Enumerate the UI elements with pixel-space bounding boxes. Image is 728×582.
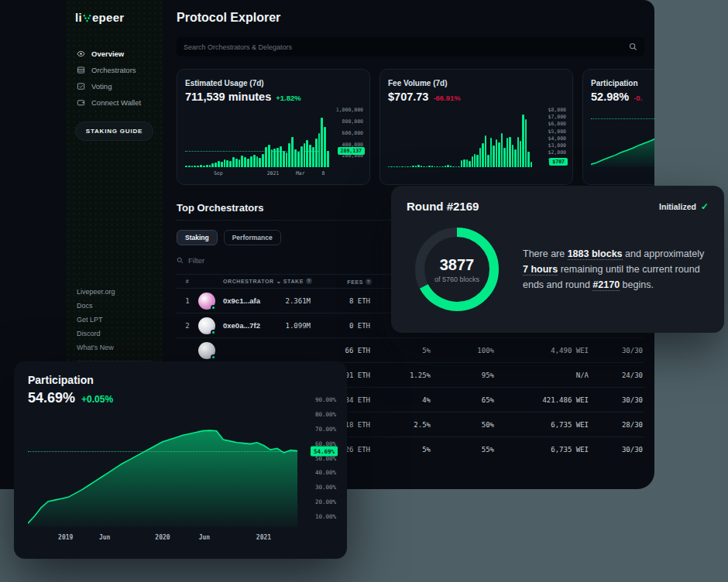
- stake-value: 2.361M: [270, 297, 312, 305]
- link-whats-new[interactable]: What's New: [77, 341, 152, 354]
- avatar: [198, 317, 223, 334]
- reward-cut-value: 4%: [372, 396, 432, 404]
- x-tick: Sep: [214, 170, 223, 176]
- x-tick: 2019: [58, 534, 73, 541]
- card-title: Fee Volume (7d): [388, 79, 565, 87]
- participation-value: 54.69%: [28, 390, 75, 406]
- y-axis: $8,000$7,000$6,000$5,000$4,000$3,000$2,0…: [534, 107, 568, 167]
- fees-value: 8 ETH: [312, 297, 372, 305]
- fee-cut-value: 50%: [432, 421, 496, 429]
- global-search[interactable]: [177, 37, 644, 56]
- search-icon[interactable]: [629, 43, 637, 51]
- round-message: There are 1883 blocks and approximately …: [523, 246, 709, 293]
- fee-cut-value: 65%: [432, 396, 496, 404]
- blocks-count: 3877: [440, 256, 475, 274]
- price-per-pixel-value: 6,735 WEI: [496, 421, 590, 429]
- card-title: Estimated Usage (7d): [185, 79, 362, 87]
- sidebar-item-orchestrators[interactable]: Orchestrators: [75, 62, 153, 78]
- y-tick: $4,000: [548, 135, 566, 142]
- calls-value: 30/30: [590, 347, 644, 354]
- search-input[interactable]: [184, 43, 629, 51]
- current-value-dotted-line: [185, 151, 329, 152]
- link-get-lpt[interactable]: Get LPT: [77, 313, 152, 327]
- highlighted-value: 1883 blocks: [568, 248, 623, 260]
- stat-cards-row: Estimated Usage (7d) 711,539 minutes +1.…: [177, 69, 654, 185]
- rank: 1: [177, 297, 198, 305]
- sidebar-nav: Overview Orchestrators Voting Connect Wa…: [75, 46, 153, 111]
- info-icon[interactable]: ?: [306, 278, 312, 284]
- col-rank: #: [177, 279, 198, 284]
- logo-text: epeer: [92, 11, 125, 24]
- usage-plot: [185, 107, 329, 167]
- link-livepeer-org[interactable]: Livepeer.org: [77, 285, 152, 299]
- col-stake[interactable]: ⌄STAKE?: [270, 278, 312, 285]
- ballot-icon: [77, 82, 85, 91]
- check-icon: ✓: [701, 201, 709, 212]
- x-tick: 8: [322, 170, 325, 176]
- reward-cut-value: 2.5%: [372, 421, 432, 429]
- link-docs[interactable]: Docs: [77, 299, 152, 313]
- sort-chevron-icon[interactable]: ⌄: [276, 278, 281, 285]
- info-icon[interactable]: ?: [366, 279, 372, 285]
- tab-performance[interactable]: Performance: [224, 230, 281, 245]
- price-per-pixel-value: N/A: [496, 371, 590, 379]
- stake-value: 1.099M: [270, 322, 312, 330]
- highlighted-value: 7 hours: [523, 264, 558, 276]
- usage-bar-chart: 1,000,000800,000600,000400,000200,000289…: [185, 107, 365, 167]
- sidebar-footer-links: Livepeer.org Docs Get LPT Discord What's…: [77, 285, 152, 361]
- price-per-pixel-value: 6,735 WEI: [496, 446, 590, 454]
- rank: 2: [177, 322, 198, 330]
- sidebar-item-overview[interactable]: Overview: [75, 46, 153, 62]
- x-tick: Mar: [296, 170, 305, 176]
- current-value-badge: 289,137: [338, 147, 365, 155]
- price-per-pixel-value: 4,490 WEI: [496, 347, 590, 354]
- col-fees[interactable]: FEES?: [312, 279, 372, 285]
- participation_large-area: [28, 389, 297, 526]
- x-tick: 2021: [267, 170, 280, 176]
- current-value-dotted-line: [28, 451, 297, 452]
- orchestrator-address: 0x9c1...afa: [223, 296, 270, 305]
- round-status-label: Initialized: [659, 202, 696, 211]
- participation-title: Participation: [28, 374, 336, 386]
- calls-value: 30/30: [590, 446, 644, 454]
- participation_large-plot: [28, 389, 297, 526]
- participation-mini-chart: [591, 107, 654, 167]
- fees-plot: [388, 107, 532, 167]
- round-title: Round #2169: [407, 200, 479, 213]
- y-tick: $7,000: [548, 114, 566, 120]
- tab-staking[interactable]: Staking: [177, 230, 218, 245]
- bars: [388, 107, 532, 167]
- livepeer-logo[interactable]: liepeer: [75, 11, 153, 24]
- y-tick: $3,000: [548, 142, 566, 149]
- table-row[interactable]: 66 ETH5%100%4,490 WEI30/30: [177, 337, 644, 362]
- y-tick: 10.00%: [315, 512, 336, 519]
- current-value-badge: 54.69%: [311, 446, 338, 456]
- fee-cut-value: 55%: [432, 446, 496, 454]
- y-tick: 30.00%: [315, 484, 336, 491]
- participation-delta: +0.05%: [81, 394, 113, 405]
- round-progress-donut: 3877 of 5760 blocks: [411, 224, 503, 315]
- highlighted-value: #2170: [592, 279, 620, 291]
- x-tick: 2020: [155, 534, 170, 541]
- link-discord[interactable]: Discord: [77, 327, 152, 341]
- card-estimated-usage[interactable]: Estimated Usage (7d) 711,539 minutes +1.…: [177, 69, 370, 185]
- card-participation[interactable]: Participation 52.98% -0.: [582, 69, 654, 185]
- sidebar-item-voting[interactable]: Voting: [75, 78, 153, 94]
- card-delta: -66.91%: [433, 94, 460, 102]
- x-tick: Jun: [199, 534, 210, 541]
- round-status: Initialized ✓: [659, 201, 709, 212]
- card-fee-volume[interactable]: Fee Volume (7d) $707.73 -66.91% $8,000$7…: [379, 69, 573, 185]
- server-icon: [77, 66, 85, 74]
- card-title: Participation: [591, 79, 654, 87]
- calls-value: 28/30: [590, 421, 644, 429]
- x-tick: 2021: [256, 534, 271, 541]
- card-delta: -0.: [634, 94, 642, 102]
- y-tick: $2,000: [548, 149, 566, 156]
- online-status-dot: [211, 330, 216, 335]
- reward-cut-value: 1.25%: [372, 371, 432, 379]
- y-tick: $5,000: [548, 128, 566, 135]
- x-axis: 2019Jun2020Jun2021: [28, 526, 297, 543]
- sidebar-item-connect-wallet[interactable]: Connect Wallet: [75, 94, 153, 111]
- sidebar-item-label: Overview: [91, 50, 124, 58]
- staking-guide-button[interactable]: STAKING GUIDE: [75, 122, 153, 141]
